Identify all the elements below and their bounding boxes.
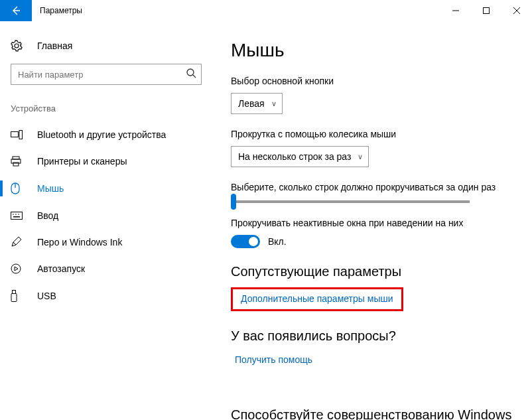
select-value: На несколько строк за раз — [238, 151, 351, 162]
nav-label: Мышь — [37, 183, 64, 194]
nav-label: Принтеры и сканеры — [37, 156, 127, 167]
primary-button-select[interactable]: Левая ∨ — [231, 93, 283, 114]
nav-label: Автозапуск — [37, 263, 85, 274]
svg-point-14 — [11, 264, 21, 273]
chevron-down-icon: ∨ — [358, 153, 363, 161]
nav-label: Перо и Windows Ink — [37, 237, 122, 247]
minimize-icon — [452, 7, 459, 14]
devices-icon — [11, 130, 27, 139]
svg-rect-4 — [13, 157, 19, 159]
get-help-link[interactable]: Получить помощь — [231, 352, 316, 368]
gear-icon — [11, 40, 27, 52]
nav-printers[interactable]: Принтеры и сканеры — [0, 148, 212, 175]
svg-rect-15 — [13, 291, 16, 294]
svg-rect-2 — [11, 132, 19, 137]
nav-label: Ввод — [37, 210, 58, 221]
section-heading: Устройства — [0, 96, 212, 121]
active-indicator — [0, 180, 3, 196]
related-heading: Сопутствующие параметры — [231, 264, 519, 279]
title-bar: Параметры — [0, 0, 532, 21]
additional-mouse-options-link[interactable]: Дополнительные параметры мыши — [237, 291, 397, 307]
chevron-down-icon: ∨ — [271, 100, 277, 108]
nav-bluetooth[interactable]: Bluetooth и другие устройства — [0, 121, 212, 148]
help-heading: У вас появились вопросы? — [231, 328, 519, 344]
toggle-knob — [249, 237, 258, 246]
window-title: Параметры — [32, 0, 440, 21]
nav-mouse[interactable]: Мышь — [0, 175, 212, 202]
svg-point-11 — [15, 214, 17, 215]
nav-typing[interactable]: Ввод — [0, 202, 212, 229]
sidebar: Главная Устройства Bluetooth и другие ус… — [0, 21, 212, 420]
window-controls — [440, 0, 532, 21]
svg-rect-13 — [13, 216, 20, 218]
highlight-annotation: Дополнительные параметры мыши — [231, 287, 403, 311]
svg-point-10 — [13, 214, 14, 215]
close-icon — [513, 7, 520, 14]
primary-button-label: Выбор основной кнопки — [231, 76, 519, 86]
lines-label: Выберите, сколько строк должно прокручив… — [231, 182, 519, 192]
search-box — [11, 64, 202, 85]
page-title: Мышь — [231, 40, 519, 61]
nav-label: Bluetooth и другие устройства — [37, 129, 166, 140]
toggle-state-text: Вкл. — [268, 236, 287, 247]
svg-rect-3 — [19, 131, 23, 139]
close-button[interactable] — [501, 0, 532, 21]
feedback-heading-cutoff: Способствуйте совершенствованию Windows — [231, 407, 511, 420]
nav-label: USB — [37, 291, 56, 301]
minimize-button[interactable] — [440, 0, 471, 21]
nav-pen[interactable]: Перо и Windows Ink — [0, 229, 212, 255]
scroll-mode-label: Прокрутка с помощью колесика мыши — [231, 129, 519, 139]
pen-icon — [11, 237, 27, 247]
search-icon — [186, 68, 196, 78]
autoplay-icon — [11, 263, 27, 274]
arrow-left-icon — [11, 5, 21, 16]
svg-rect-16 — [11, 294, 17, 302]
inactive-scroll-label: Прокручивать неактивные окна при наведен… — [231, 218, 519, 228]
svg-point-1 — [187, 69, 194, 76]
printer-icon — [11, 156, 27, 167]
nav-usb[interactable]: USB — [0, 282, 212, 310]
inactive-scroll-toggle[interactable] — [231, 235, 260, 248]
mouse-icon — [11, 182, 27, 194]
search-input[interactable] — [11, 64, 202, 85]
maximize-button[interactable] — [471, 0, 501, 21]
back-button[interactable] — [0, 0, 32, 21]
scroll-mode-select[interactable]: На несколько строк за раз ∨ — [231, 146, 369, 167]
nav-autoplay[interactable]: Автозапуск — [0, 255, 212, 282]
home-nav[interactable]: Главная — [0, 35, 212, 57]
svg-point-12 — [18, 214, 19, 215]
main-panel: Мышь Выбор основной кнопки Левая ∨ Прокр… — [212, 21, 532, 420]
slider-thumb[interactable] — [231, 194, 236, 210]
maximize-icon — [483, 7, 490, 14]
home-label: Главная — [37, 40, 72, 51]
select-value: Левая — [238, 98, 265, 109]
svg-rect-0 — [484, 8, 490, 14]
lines-slider[interactable] — [231, 200, 470, 203]
usb-icon — [11, 290, 27, 302]
svg-rect-9 — [11, 212, 23, 220]
keyboard-icon — [11, 212, 27, 220]
